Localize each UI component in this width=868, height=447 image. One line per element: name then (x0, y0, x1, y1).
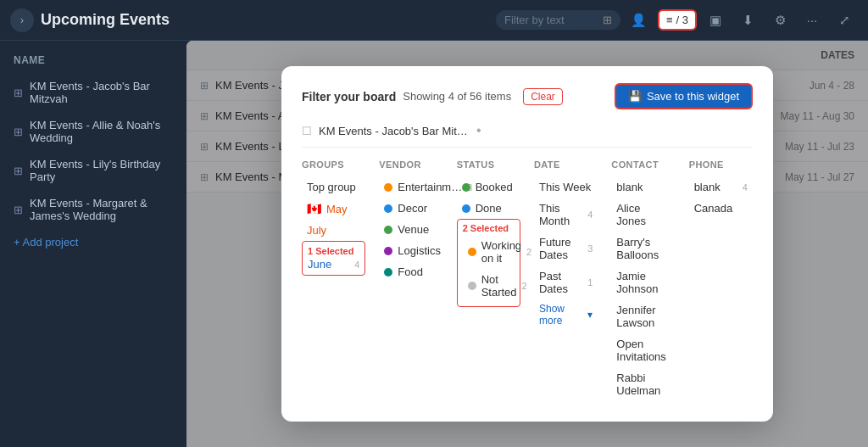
more-btn[interactable]: ··· (798, 7, 826, 34)
monitor-btn[interactable]: ▣ (702, 7, 729, 34)
contact-rabbi-label: Rabbi Udelman (616, 372, 670, 397)
group-june-count: 4 (354, 260, 359, 270)
groups-col: Groups Top group 🇨🇦 May July (302, 159, 365, 401)
page-title: Upcoming Events (41, 11, 489, 29)
sidebar-item-1[interactable]: ⊞ KM Events - Allie & Noah's Wedding (0, 112, 186, 151)
group-top-group[interactable]: Top group (302, 176, 365, 198)
group-june-label: June (308, 258, 331, 271)
board-row: ☐ KM Events - Jacob's Bar Mit… • (302, 123, 753, 148)
vendor-decor[interactable]: Decor (379, 198, 442, 219)
sidebar-header: Name (0, 51, 186, 73)
vendor-dot-0 (384, 183, 392, 192)
date-future[interactable]: Future Dates 3 (534, 232, 598, 265)
vendor-label-0: Entertainm… (398, 181, 462, 193)
phone-blank[interactable]: blank 4 (689, 176, 753, 198)
settings-btn[interactable]: ⚙ (766, 7, 793, 34)
phone-col: Phone blank 4 Canada (689, 159, 753, 401)
status-dot-working (468, 248, 476, 256)
vendor-dot-4 (384, 268, 392, 277)
vendor-dot-1 (384, 204, 392, 213)
vendor-logistics[interactable]: Logistics (379, 240, 442, 261)
groups-selected-box: 1 Selected June 4 (302, 241, 365, 276)
chevron-left-icon: › (20, 14, 24, 26)
top-bar-actions: ⊞ 👤 ≡ / 3 ▣ ⬇ ⚙ ··· ⤢ (496, 7, 858, 34)
vendor-label-4: Food (398, 265, 423, 278)
collapse-btn[interactable]: › (10, 8, 34, 32)
contact-alice-label: Alice Jones (616, 202, 670, 227)
contact-jamie[interactable]: Jamie Johnson (611, 265, 675, 299)
vendor-label-1: Decor (398, 202, 427, 215)
chevron-down-icon: ▾ (587, 309, 593, 321)
groups-header: Groups (302, 159, 365, 170)
status-label-booked: Booked (476, 181, 513, 193)
save-icon: 💾 (628, 90, 642, 103)
status-header: Status (457, 159, 520, 170)
vendor-entertainm[interactable]: Entertainm… 3 (379, 176, 442, 198)
status-working-count: 2 (526, 247, 531, 257)
show-more-btn[interactable]: Show more ▾ (534, 299, 598, 330)
status-done[interactable]: Done (457, 198, 520, 219)
group-top-group-label: Top group (307, 181, 356, 193)
items-count: Showing 4 of 56 items (403, 90, 511, 103)
date-this-week[interactable]: This Week (534, 176, 598, 198)
filter-modal: Filter your board Showing 4 of 56 items … (281, 66, 773, 422)
filter-active-btn[interactable]: ≡ / 3 (658, 9, 697, 31)
phone-canada-label: Canada (694, 202, 733, 215)
sidebar-item-3[interactable]: ⊞ KM Events - Margaret & James's Wedding (0, 190, 186, 229)
sidebar-item-label-0: KM Events - Jacob's Bar Mitzvah (30, 80, 173, 105)
sidebar-item-0[interactable]: ⊞ KM Events - Jacob's Bar Mitzvah (0, 73, 186, 112)
save-to-widget-btn[interactable]: 💾 Save to this widget (615, 83, 753, 109)
date-past[interactable]: Past Dates 1 (534, 265, 598, 299)
contact-header: Contact (611, 159, 675, 170)
download-btn[interactable]: ⬇ (734, 7, 761, 34)
group-june-selected[interactable]: June 4 (308, 258, 359, 271)
board-row-name: KM Events - Jacob's Bar Mit… (319, 125, 468, 137)
contact-open-invitations[interactable]: Open Invitations (611, 333, 675, 367)
date-this-month-label: This Month (539, 202, 582, 227)
sidebar: Name ⊞ KM Events - Jacob's Bar Mitzvah ⊞… (0, 41, 186, 447)
clear-btn[interactable]: Clear (523, 88, 563, 105)
vendor-venue[interactable]: Venue (379, 219, 442, 240)
status-dot-booked (462, 183, 470, 192)
status-dot-not-started (468, 282, 476, 290)
save-btn-label: Save to this widget (647, 90, 739, 103)
group-may[interactable]: 🇨🇦 May (302, 198, 365, 220)
status-booked[interactable]: Booked (457, 176, 520, 198)
vendor-food[interactable]: Food (379, 261, 442, 282)
filter-text-input[interactable] (504, 14, 598, 26)
phone-canada[interactable]: Canada (689, 198, 753, 219)
vendor-label-3: Logistics (398, 244, 441, 257)
contact-alice[interactable]: Alice Jones (611, 198, 675, 232)
contact-rabbi[interactable]: Rabbi Udelman (611, 367, 675, 401)
contact-barrys[interactable]: Barry's Balloons (611, 232, 675, 265)
date-past-label: Past Dates (539, 270, 582, 295)
filter-board-label: Filter your board (302, 90, 396, 103)
date-this-week-label: This Week (539, 181, 591, 193)
contact-blank[interactable]: blank (611, 176, 675, 198)
overlay: Filter your board Showing 4 of 56 items … (186, 41, 868, 447)
filter-input-wrap[interactable]: ⊞ (496, 10, 620, 30)
item-icon-0: ⊞ (14, 87, 23, 99)
contact-jamie-label: Jamie Johnson (616, 270, 670, 295)
expand-btn[interactable]: ⤢ (831, 7, 858, 34)
vendor-col: Vendor Entertainm… 3 Decor Venue (379, 159, 442, 401)
date-this-month[interactable]: This Month 4 (534, 198, 598, 232)
contact-barrys-label: Barry's Balloons (616, 236, 670, 261)
status-not-started[interactable]: Not Started 2 (463, 269, 515, 303)
vendor-label-2: Venue (398, 223, 429, 236)
status-working-on-it[interactable]: Working on it 2 (463, 235, 515, 269)
person-btn[interactable]: 👤 (626, 7, 653, 34)
sidebar-item-2[interactable]: ⊞ KM Events - Lily's Birthday Party (0, 151, 186, 190)
status-not-started-count: 2 (522, 281, 527, 291)
contact-col: Contact blank Alice Jones Barry's Balloo… (611, 159, 675, 401)
status-dot-done (462, 204, 470, 213)
contact-jennifer[interactable]: Jennifer Lawson (611, 299, 675, 333)
show-more-label: Show more (539, 303, 585, 327)
board-row-dots: • (476, 123, 481, 138)
vendor-header: Vendor (379, 159, 442, 170)
board-row-icon: ☐ (302, 125, 312, 137)
group-july[interactable]: July (302, 220, 365, 241)
add-project-btn[interactable]: + Add project (0, 229, 186, 255)
status-selected-label: 2 Selected (463, 223, 515, 233)
sidebar-item-label-1: KM Events - Allie & Noah's Wedding (30, 119, 173, 144)
